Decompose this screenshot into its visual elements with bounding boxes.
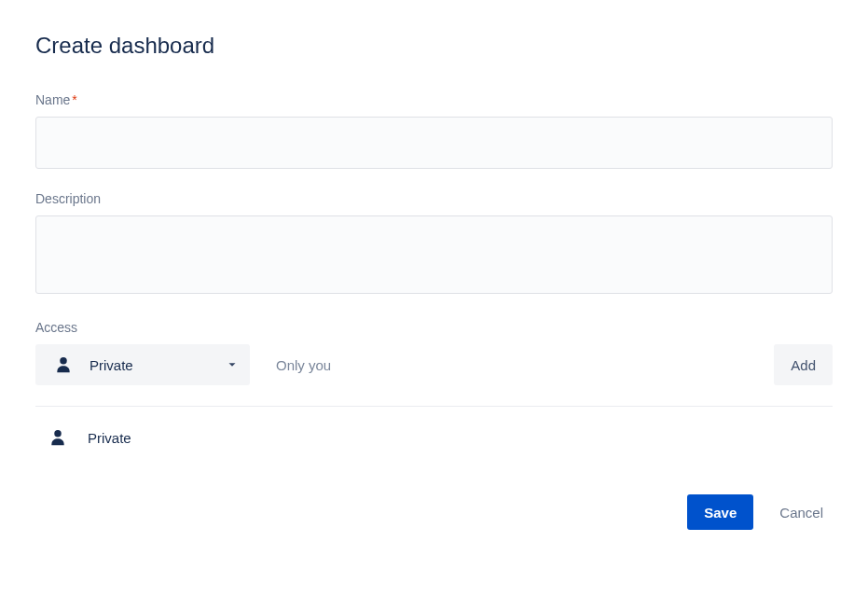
name-label-text: Name: [35, 92, 70, 107]
access-list-item: Private: [48, 427, 833, 448]
svg-point-0: [60, 357, 67, 365]
svg-point-1: [54, 430, 62, 437]
access-section: Access Private Only you Add Private: [35, 320, 833, 448]
button-row: Save Cancel: [35, 494, 833, 530]
description-label: Description: [35, 191, 833, 206]
name-input[interactable]: [35, 117, 833, 169]
chevron-down-icon: [226, 358, 239, 371]
access-hint: Only you: [276, 357, 774, 373]
page-title: Create dashboard: [35, 33, 833, 59]
description-input[interactable]: [35, 215, 833, 294]
required-asterisk: *: [72, 92, 76, 107]
access-row: Private Only you Add: [35, 344, 833, 407]
access-type-select[interactable]: Private: [35, 344, 250, 385]
access-list-item-label: Private: [88, 430, 131, 446]
person-icon: [54, 354, 73, 375]
add-access-button[interactable]: Add: [774, 344, 833, 385]
cancel-button[interactable]: Cancel: [770, 494, 833, 530]
name-field-group: Name*: [35, 92, 833, 169]
person-icon: [48, 427, 67, 448]
access-selected-text: Private: [90, 357, 226, 373]
access-label: Access: [35, 320, 833, 335]
save-button[interactable]: Save: [687, 494, 753, 530]
description-field-group: Description: [35, 191, 833, 298]
access-list: Private: [35, 407, 833, 448]
name-label: Name*: [35, 92, 833, 107]
